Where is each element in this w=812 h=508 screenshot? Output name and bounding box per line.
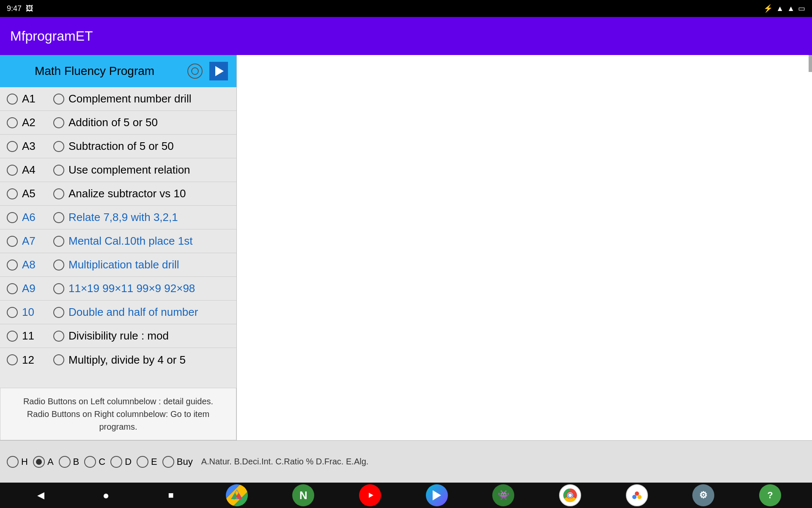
list-item: A2 Addition of 5 or 50 (0, 111, 236, 135)
row-id-12: 12 (22, 353, 34, 367)
list-item: 10 Double and half of number (0, 301, 236, 324)
left-radio-11[interactable] (7, 331, 18, 342)
svg-point-12 (568, 494, 572, 497)
nav-label-D: D (125, 456, 132, 467)
row-id-A9: A9 (22, 282, 36, 295)
right-radio-A3[interactable] (53, 141, 64, 152)
row-right-11: Divisibility rule : mod (53, 329, 230, 342)
row-left-A2: A2 (7, 116, 53, 129)
right-radio-11[interactable] (53, 331, 64, 342)
nav-group-B: B (59, 456, 80, 468)
settings-app-icon[interactable]: ⚙ (692, 484, 714, 506)
nav-radio-E[interactable] (137, 456, 148, 468)
left-radio-A5[interactable] (7, 188, 18, 199)
row-id-11: 11 (22, 329, 34, 342)
header-circle-button[interactable] (187, 64, 203, 79)
right-radio-A9[interactable] (53, 283, 64, 294)
photos-app-icon[interactable] (626, 484, 648, 506)
green-app-icon[interactable]: ? (759, 484, 781, 506)
row-desc-11: Divisibility rule : mod (69, 329, 169, 342)
buy-label: Buy (177, 456, 193, 467)
row-left-A9: A9 (7, 282, 53, 295)
svg-marker-8 (433, 490, 441, 500)
stop-icon (168, 490, 173, 501)
youtube-app-icon[interactable] (359, 484, 381, 506)
right-radio-A2[interactable] (53, 117, 64, 128)
nav-radio-H[interactable] (7, 456, 19, 468)
left-radio-10[interactable] (7, 307, 18, 318)
right-radio-A7[interactable] (53, 236, 64, 247)
right-radio-A4[interactable] (53, 165, 64, 176)
row-left-12: 12 (7, 353, 53, 367)
info-line1: Radio Buttons on Left columnbelow : deta… (23, 397, 213, 406)
back-button[interactable] (31, 485, 51, 505)
row-id-A5: A5 (22, 187, 36, 200)
nav-radio-B[interactable] (59, 456, 71, 468)
right-radio-A5[interactable] (53, 188, 64, 199)
row-right-A3: Subtraction of 5 or 50 (53, 140, 230, 153)
right-radio-A6[interactable] (53, 212, 64, 223)
row-left-A4: A4 (7, 163, 53, 177)
row-id-A1: A1 (22, 92, 36, 105)
nav-radio-D[interactable] (110, 456, 122, 468)
info-line3: programs. (99, 422, 137, 431)
nav-radio-A[interactable] (33, 456, 45, 468)
header-play-button[interactable] (209, 62, 228, 80)
nav-label-H: H (21, 456, 28, 467)
status-bar-left: 9:47 🖼 (7, 4, 33, 13)
recents-button[interactable] (161, 485, 181, 505)
left-radio-A3[interactable] (7, 141, 18, 152)
row-right-A8: Multiplication table drill (53, 258, 230, 271)
app-title: MfprogramET (10, 28, 93, 44)
wifi-icon: ▲ (776, 4, 784, 13)
math-fluency-title: Math Fluency Program (8, 64, 181, 78)
row-id-A3: A3 (22, 140, 36, 153)
row-id-A8: A8 (22, 258, 36, 271)
svg-point-0 (192, 68, 198, 75)
items-list: A1 Complement number drill A2 Addition o… (0, 87, 236, 388)
left-radio-A1[interactable] (7, 94, 18, 105)
right-radio-A8[interactable] (53, 260, 64, 271)
row-left-11: 11 (7, 329, 53, 342)
buy-radio[interactable] (162, 456, 174, 468)
notes-app-icon[interactable]: N (292, 484, 314, 506)
right-radio-10[interactable] (53, 307, 64, 318)
left-radio-A4[interactable] (7, 165, 18, 176)
drive-app-icon[interactable] (226, 484, 248, 506)
nav-label-A: A (47, 456, 54, 467)
bluetooth-icon: ⚡ (763, 4, 773, 13)
left-panel: Math Fluency Program A1 Complement numbe… (0, 55, 237, 440)
nav-radio-C[interactable] (84, 456, 96, 468)
scroll-indicator[interactable] (809, 55, 812, 72)
left-radio-A8[interactable] (7, 260, 18, 271)
list-item: 11 Divisibility rule : mod (0, 324, 236, 348)
row-right-A4: Use complement relation (53, 163, 230, 177)
row-desc-A7: Mental Cal.10th place 1st (69, 235, 192, 248)
row-right-A9: 11×19 99×11 99×9 92×98 (53, 282, 230, 295)
left-radio-A7[interactable] (7, 236, 18, 247)
nav-group-E: E (137, 456, 157, 468)
row-id-A2: A2 (22, 116, 36, 129)
chrome-app-icon[interactable] (559, 484, 581, 506)
left-radio-A2[interactable] (7, 117, 18, 128)
playstore-app-icon[interactable] (426, 484, 448, 506)
left-radio-A9[interactable] (7, 283, 18, 294)
right-radio-A1[interactable] (53, 94, 64, 105)
row-left-A5: A5 (7, 187, 53, 200)
nav-label-B: B (73, 456, 80, 467)
list-item: A6 Relate 7,8,9 with 3,2,1 (0, 206, 236, 229)
row-id-A6: A6 (22, 211, 36, 224)
left-radio-A6[interactable] (7, 212, 18, 223)
home-button[interactable] (96, 485, 116, 505)
info-box: Radio Buttons on Left columnbelow : deta… (0, 388, 236, 440)
row-left-A7: A7 (7, 235, 53, 248)
signal-icon: ▲ (787, 4, 795, 13)
app-bar: MfprogramET (0, 17, 812, 55)
alien-app-icon[interactable]: 👾 (492, 484, 514, 506)
left-radio-12[interactable] (7, 354, 18, 365)
row-right-A7: Mental Cal.10th place 1st (53, 235, 230, 248)
right-radio-12[interactable] (53, 354, 64, 365)
row-left-A1: A1 (7, 92, 53, 105)
photo-icon: 🖼 (26, 4, 33, 13)
status-time: 9:47 (7, 4, 22, 13)
